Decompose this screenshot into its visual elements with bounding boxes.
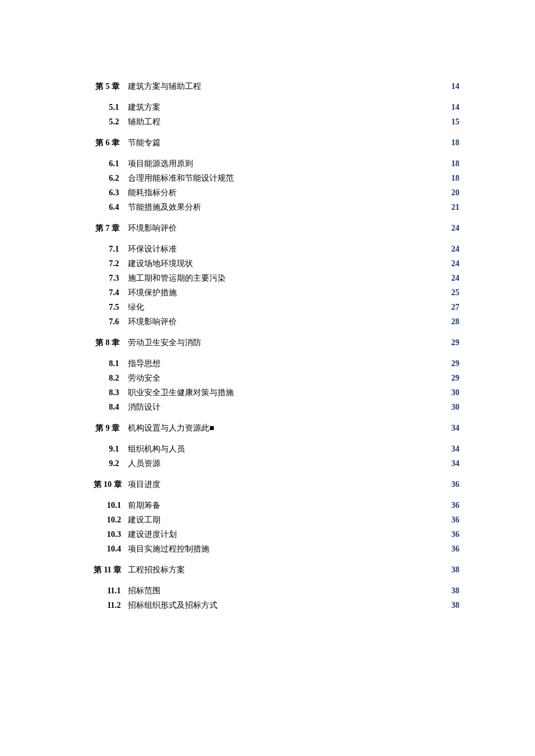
toc-entry: 第 8 聿劳动卫生安全与消防29 (87, 338, 459, 348)
toc-entry: 第 10 章项目进度36 (87, 479, 459, 490)
toc-entry: 第 7 章环境影响评价24 (87, 223, 459, 234)
toc-entry-number: 7.4 (87, 288, 128, 298)
toc-entry: 7.6环境影响评价28 (87, 317, 459, 327)
toc-entry-title: 劳动安全 (128, 373, 160, 384)
toc-entry-page: 36 (449, 544, 459, 554)
toc-entry-page: 24 (449, 259, 459, 268)
toc-entry-page: 24 (449, 245, 459, 254)
toc-entry: 第 11 章工程招投标方案38 (87, 565, 459, 575)
toc-entry: 6.1项目能源选用原则18 (87, 159, 459, 169)
toc-entry-title: 绿化 (128, 302, 144, 313)
toc-entry-page: 24 (449, 274, 459, 283)
toc-entry-title: 环保设计标准 (128, 244, 177, 255)
toc-entry-number: 7.5 (87, 303, 128, 312)
toc-entry-number: 11.1 (87, 586, 128, 596)
toc-entry-page: 34 (449, 459, 459, 468)
toc-entry-page: 36 (449, 480, 459, 489)
toc-entry-number: 8.3 (87, 388, 128, 397)
toc-entry: 9.1组织机构与人员34 (87, 444, 459, 454)
toc-entry-number: 第 10 章 (87, 479, 128, 490)
toc-entry: 8.4消防设计30 (87, 402, 459, 413)
toc-entry: 第 5 章建筑方案与辅助工程14 (87, 81, 459, 92)
toc-entry-title: 合理用能标准和节能设计规范 (128, 173, 234, 184)
toc-entry: 10.1前期筹备36 (87, 500, 459, 511)
toc-entry-page: 34 (449, 445, 459, 454)
toc-entry-title: 招标组织形式及招标方式 (128, 600, 217, 611)
toc-entry-title: 组织机构与人员 (128, 444, 185, 454)
toc-entry-number: 7.3 (87, 274, 128, 283)
toc-entry-number: 第 5 章 (87, 81, 128, 92)
toc-entry-number: 6.1 (87, 159, 128, 169)
toc-entry-page: 36 (449, 530, 459, 539)
toc-entry-number: 8.1 (87, 359, 128, 368)
toc-entry-title: 职业安全卫生健康对策与措施 (128, 388, 234, 398)
toc-entry-number: 第 7 章 (87, 223, 128, 234)
toc-entry-title: 建设场地环境现状 (128, 259, 193, 269)
toc-entry-title: 人员资源 (128, 458, 160, 469)
toc-entry: 8.1指导思想29 (87, 359, 459, 369)
toc-entry-number: 8.4 (87, 403, 128, 412)
toc-entry-title: 节能专篇 (128, 138, 160, 148)
toc-entry-title: 能耗指标分析 (128, 188, 177, 198)
toc-entry-title: 招标范围 (128, 586, 160, 596)
toc-entry: 7.2建设场地环境现状24 (87, 259, 459, 269)
toc-entry-title: 施工期和管运期的主要污染 (128, 273, 226, 284)
toc-entry-number: 6.2 (87, 174, 128, 183)
toc-entry-number: 第 9 章 (87, 423, 128, 433)
toc-entry-title: 项目进度 (128, 479, 160, 490)
toc-entry-number: 第 8 聿 (87, 338, 128, 348)
toc-entry-number: 11.2 (87, 601, 128, 610)
toc-entry-number: 10.4 (87, 544, 128, 554)
toc-entry: 10.3建设进度计划36 (87, 529, 459, 540)
toc-entry-number: 7.6 (87, 317, 128, 327)
toc-entry-title: 消防设计 (128, 402, 160, 413)
toc-entry-title: 建筑方案与辅助工程 (128, 81, 201, 92)
toc-entry-number: 5.2 (87, 117, 128, 127)
toc-entry-page: 25 (449, 288, 459, 298)
toc-entry: 6.4节能措施及效果分析21 (87, 202, 459, 213)
toc-entry-title: 建筑方案 (128, 102, 160, 113)
toc-entry-title: 机构设置与人力资源此■ (128, 423, 214, 433)
toc-entry-page: 34 (449, 424, 459, 433)
toc-entry-page: 29 (449, 374, 459, 383)
toc-entry-number: 7.1 (87, 245, 128, 254)
toc-entry: 11.1招标范围38 (87, 586, 459, 596)
toc-entry: 8.3职业安全卫生健康对策与措施30 (87, 388, 459, 398)
toc-entry: 7.1环保设计标准24 (87, 244, 459, 255)
toc-entry-title: 环境影响评价 (128, 223, 177, 234)
toc-entry: 7.4环境保护措施25 (87, 288, 459, 298)
toc-entry-number: 10.1 (87, 501, 128, 510)
toc-entry-page: 29 (449, 359, 459, 368)
toc-entry-number: 9.1 (87, 445, 128, 454)
toc-entry-page: 27 (449, 303, 459, 312)
toc-entry: 10.2建设工期36 (87, 515, 459, 525)
toc-entry-title: 项目能源选用原则 (128, 159, 193, 169)
toc-entry: 第 6 聿节能专篇18 (87, 138, 459, 148)
toc-entry: 8.2劳动安全29 (87, 373, 459, 384)
toc-entry-page: 38 (449, 586, 459, 596)
toc-entry-page: 29 (449, 338, 459, 347)
toc-entry-title: 环境保护措施 (128, 288, 177, 298)
toc-entry-title: 辅助工程 (128, 117, 160, 127)
toc-entry-page: 14 (449, 82, 459, 91)
toc-entry-page: 30 (449, 403, 459, 412)
toc-entry-page: 20 (449, 188, 459, 198)
toc-entry-number: 6.3 (87, 188, 128, 198)
toc-entry-page: 36 (449, 501, 459, 510)
toc-entry: 9.2人员资源34 (87, 458, 459, 469)
table-of-contents: 第 5 章建筑方案与辅助工程145.1建筑方案145.2辅助工程15第 6 聿节… (87, 81, 459, 611)
toc-entry-page: 24 (449, 224, 459, 233)
toc-entry: 5.2辅助工程15 (87, 117, 459, 127)
toc-entry-number: 9.2 (87, 459, 128, 468)
toc-entry-title: 节能措施及效果分析 (128, 202, 201, 213)
toc-entry-page: 18 (449, 138, 459, 148)
toc-entry: 7.5绿化27 (87, 302, 459, 313)
toc-entry-page: 18 (449, 174, 459, 183)
toc-entry-page: 30 (449, 388, 459, 397)
toc-entry-title: 建设进度计划 (128, 529, 177, 540)
toc-entry-number: 5.1 (87, 103, 128, 112)
toc-entry-title: 劳动卫生安全与消防 (128, 338, 201, 348)
toc-entry-page: 28 (449, 317, 459, 327)
toc-entry: 7.3施工期和管运期的主要污染24 (87, 273, 459, 284)
toc-entry: 10.4项目实施过程控制措施36 (87, 544, 459, 554)
